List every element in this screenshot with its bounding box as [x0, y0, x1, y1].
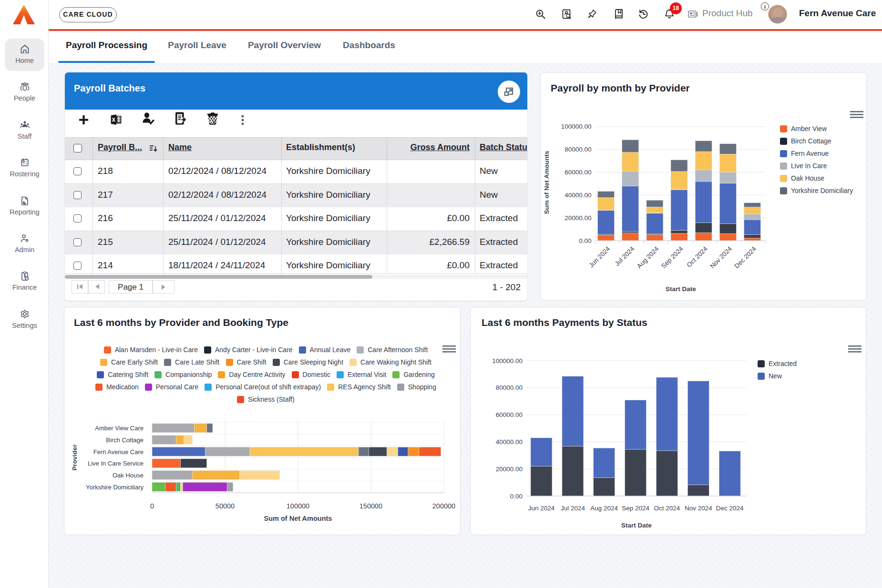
svg-text:150000: 150000 [359, 502, 382, 510]
svg-text:60000.00: 60000.00 [496, 411, 523, 418]
svg-text:Sep 2024: Sep 2024 [660, 245, 685, 270]
svg-text:Fern Avenue: Fern Avenue [791, 150, 829, 157]
svg-text:Birch Cottage: Birch Cottage [791, 137, 831, 145]
svg-text:Sum of Net Amounts: Sum of Net Amounts [264, 515, 332, 522]
svg-text:Jul 2024: Jul 2024 [614, 245, 636, 267]
svg-text:Provider: Provider [71, 444, 78, 471]
svg-text:Nov 2024: Nov 2024 [685, 505, 712, 512]
svg-text:Sep 2024: Sep 2024 [622, 505, 649, 512]
svg-text:Live In Care Service: Live In Care Service [88, 460, 144, 467]
svg-text:Dec 2024: Dec 2024 [733, 245, 758, 270]
svg-text:100000.00: 100000.00 [561, 123, 592, 130]
svg-text:Start Date: Start Date [621, 522, 652, 529]
svg-text:80000.00: 80000.00 [564, 146, 591, 153]
svg-text:20000.00: 20000.00 [564, 214, 591, 222]
svg-text:Amber View: Amber View [791, 125, 827, 132]
svg-text:Amber View Care: Amber View Care [95, 425, 144, 432]
svg-text:Oak House: Oak House [791, 174, 824, 182]
svg-text:40000.00: 40000.00 [496, 438, 523, 446]
svg-text:50000: 50000 [215, 502, 235, 510]
svg-text:Jun 2024: Jun 2024 [587, 245, 611, 269]
svg-text:Aug 2024: Aug 2024 [590, 505, 618, 512]
svg-text:Sum of Net Amounts: Sum of Net Amounts [543, 151, 550, 214]
svg-text:40000.00: 40000.00 [564, 192, 591, 199]
svg-text:200000: 200000 [432, 502, 455, 510]
svg-text:100000.00: 100000.00 [492, 357, 523, 365]
svg-text:Oak House: Oak House [113, 472, 144, 479]
svg-text:Jul 2024: Jul 2024 [561, 505, 585, 512]
svg-text:0.00: 0.00 [579, 237, 591, 244]
svg-text:Live In Care: Live In Care [791, 162, 827, 170]
svg-text:80000.00: 80000.00 [496, 384, 523, 391]
svg-text:20000.00: 20000.00 [496, 466, 523, 473]
svg-text:Aug 2024: Aug 2024 [636, 245, 660, 270]
svg-text:New: New [769, 372, 782, 380]
svg-text:60000.00: 60000.00 [564, 169, 591, 176]
svg-text:Nov 2024: Nov 2024 [708, 245, 733, 270]
svg-text:Yorkshire Domiciliary: Yorkshire Domiciliary [86, 484, 144, 491]
svg-text:Extracted: Extracted [769, 360, 797, 367]
svg-text:100000: 100000 [287, 502, 309, 510]
svg-text:Oct 2024: Oct 2024 [685, 245, 709, 269]
svg-text:0.00: 0.00 [510, 493, 523, 500]
svg-text:0: 0 [150, 502, 154, 510]
svg-text:Start Date: Start Date [666, 285, 696, 293]
svg-text:Birch Cottage: Birch Cottage [106, 436, 144, 444]
svg-text:Dec 2024: Dec 2024 [716, 505, 744, 512]
svg-text:Jun 2024: Jun 2024 [528, 505, 555, 512]
svg-text:Yorkshire Domiciliary: Yorkshire Domiciliary [791, 187, 853, 194]
svg-text:Oct 2024: Oct 2024 [654, 505, 680, 512]
svg-text:Fern Avenue Care: Fern Avenue Care [93, 448, 144, 456]
